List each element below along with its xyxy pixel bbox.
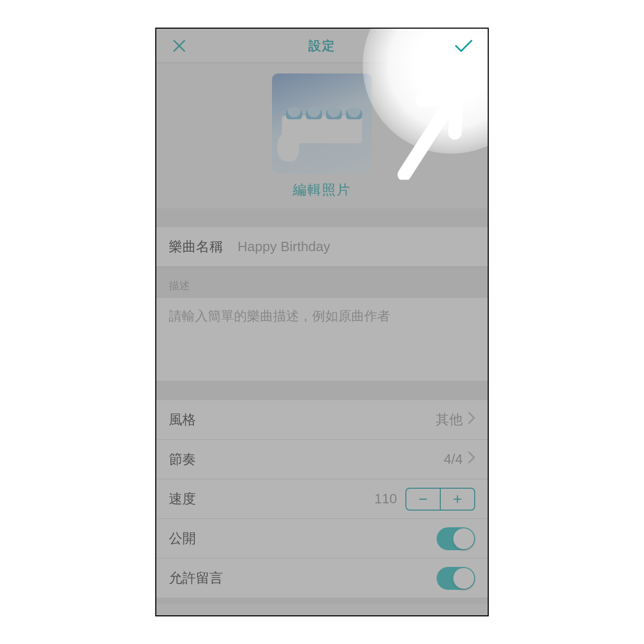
tempo-label: 速度	[169, 490, 196, 508]
rhythm-value: 4/4	[444, 451, 463, 467]
tempo-row: 速度 110 − +	[156, 479, 488, 519]
tempo-plus-button[interactable]: +	[441, 489, 474, 510]
comments-row: 允許留言	[156, 559, 488, 598]
close-button[interactable]	[168, 34, 191, 57]
chevron-right-icon	[468, 412, 475, 428]
rhythm-label: 節奏	[169, 450, 196, 468]
description-header: 描述	[156, 267, 488, 298]
check-icon	[454, 39, 473, 53]
song-name-row[interactable]: 樂曲名稱 Happy Birthday	[156, 227, 488, 267]
section-gap	[156, 208, 488, 227]
public-row: 公開	[156, 519, 488, 559]
style-row[interactable]: 風格 其他	[156, 400, 488, 440]
rhythm-row[interactable]: 節奏 4/4	[156, 440, 488, 479]
tempo-stepper: − +	[405, 488, 475, 511]
style-label: 風格	[169, 411, 196, 429]
content-scroll[interactable]: 編輯照片 樂曲名稱 Happy Birthday 描述 請輸入簡單的樂曲描述，例…	[156, 63, 488, 604]
page-title: 設定	[308, 38, 336, 54]
chevron-right-icon	[468, 451, 475, 467]
comments-toggle[interactable]	[437, 567, 475, 590]
comments-label: 允許留言	[169, 569, 223, 587]
song-photo[interactable]	[272, 73, 372, 174]
public-toggle[interactable]	[437, 527, 475, 550]
section-gap-2	[156, 381, 488, 400]
public-label: 公開	[169, 529, 196, 548]
edit-photo-link[interactable]: 編輯照片	[293, 181, 351, 199]
description-input[interactable]: 請輸入簡單的樂曲描述，例如原曲作者	[156, 298, 488, 381]
confirm-button[interactable]	[425, 29, 488, 63]
style-value: 其他	[436, 411, 463, 429]
phone-frame: 設定 編輯照片 樂曲名稱 Happy Birthday 描述 請輸入簡單的樂曲描…	[155, 28, 489, 616]
tempo-value: 110	[375, 491, 397, 507]
tempo-minus-button[interactable]: −	[406, 489, 440, 510]
song-name-value: Happy Birthday	[238, 239, 330, 255]
photo-section: 編輯照片	[156, 63, 488, 208]
song-name-label: 樂曲名稱	[169, 238, 223, 256]
section-gap-3	[156, 598, 488, 604]
